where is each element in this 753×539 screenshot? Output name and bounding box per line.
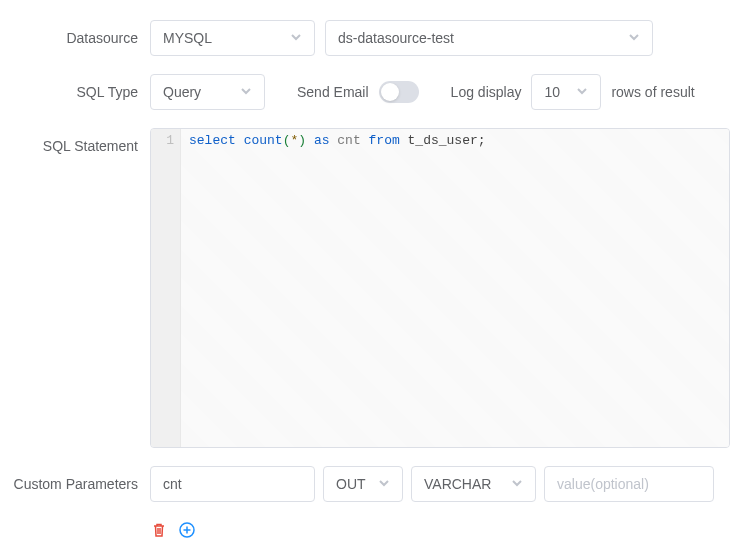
param-value-input[interactable] bbox=[544, 466, 714, 502]
sql-type-value: Query bbox=[163, 84, 201, 100]
line-number: 1 bbox=[151, 133, 174, 148]
param-type-value: VARCHAR bbox=[424, 476, 491, 492]
datasource-type-value: MYSQL bbox=[163, 30, 212, 46]
log-display-select[interactable]: 10 bbox=[531, 74, 601, 110]
datasource-type-select[interactable]: MYSQL bbox=[150, 20, 315, 56]
datasource-label: Datasource bbox=[10, 20, 150, 56]
sql-type-select[interactable]: Query bbox=[150, 74, 265, 110]
plus-circle-icon bbox=[179, 522, 195, 540]
sql-type-label: SQL Type bbox=[10, 74, 150, 110]
sql-token-cnt: cnt bbox=[337, 133, 360, 148]
chevron-down-icon bbox=[378, 476, 390, 492]
param-value-field[interactable] bbox=[557, 476, 701, 492]
chevron-down-icon bbox=[290, 30, 302, 46]
param-direction-value: OUT bbox=[336, 476, 366, 492]
custom-params-label: Custom Parameters bbox=[10, 466, 150, 502]
sql-token-count: count bbox=[244, 133, 283, 148]
log-display-value: 10 bbox=[544, 84, 560, 100]
chevron-down-icon bbox=[576, 84, 588, 100]
chevron-down-icon bbox=[628, 30, 640, 46]
log-display-suffix: rows of result bbox=[611, 84, 694, 100]
editor-code-area[interactable]: select count(*) as cnt from t_ds_user; bbox=[181, 129, 729, 447]
sql-editor[interactable]: 1 select count(*) as cnt from t_ds_user; bbox=[150, 128, 730, 448]
sql-token-from: from bbox=[369, 133, 400, 148]
log-display-label: Log display bbox=[451, 84, 522, 100]
delete-param-button[interactable] bbox=[150, 522, 168, 539]
add-param-button[interactable] bbox=[178, 522, 196, 539]
chevron-down-icon bbox=[240, 84, 252, 100]
sql-token-table: t_ds_user; bbox=[408, 133, 486, 148]
chevron-down-icon bbox=[511, 476, 523, 492]
trash-icon bbox=[151, 522, 167, 540]
param-direction-select[interactable]: OUT bbox=[323, 466, 403, 502]
sql-token-as: as bbox=[314, 133, 330, 148]
datasource-name-select[interactable]: ds-datasource-test bbox=[325, 20, 653, 56]
param-name-field[interactable] bbox=[163, 476, 302, 492]
datasource-name-value: ds-datasource-test bbox=[338, 30, 454, 46]
editor-gutter: 1 bbox=[151, 129, 181, 447]
param-row: OUT VARCHAR bbox=[150, 466, 714, 502]
param-name-input[interactable] bbox=[150, 466, 315, 502]
send-email-toggle[interactable] bbox=[379, 81, 419, 103]
sql-statement-label: SQL Statement bbox=[10, 128, 150, 164]
sql-token-rparen: ) bbox=[298, 133, 306, 148]
sql-token-select: select bbox=[189, 133, 236, 148]
send-email-label: Send Email bbox=[297, 84, 369, 100]
param-type-select[interactable]: VARCHAR bbox=[411, 466, 536, 502]
